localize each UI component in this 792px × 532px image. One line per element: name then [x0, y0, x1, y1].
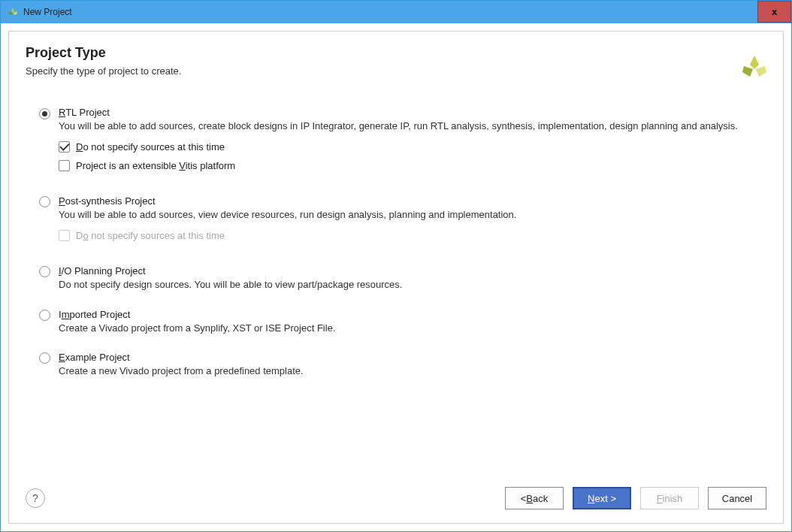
- header-block: Project Type Specify the type of project…: [9, 32, 783, 84]
- checkbox-post-do-not-specify: [59, 230, 70, 241]
- next-button[interactable]: Next >: [573, 487, 631, 509]
- checkbox-do-not-specify-sources[interactable]: [59, 141, 70, 153]
- options-area: RTL Project You will be able to add sour…: [9, 84, 783, 476]
- option-rtl-project: RTL Project You will be able to add sour…: [39, 107, 753, 179]
- option-post-desc: You will be able to add sources, view de…: [59, 208, 753, 222]
- check-vitis-platform: Project is an extensible Vitis platform: [59, 160, 753, 171]
- vivado-logo-icon: [739, 53, 769, 85]
- radio-io-planning[interactable]: [39, 266, 50, 277]
- option-example-desc: Create a new Vivado project from a prede…: [59, 364, 753, 379]
- close-button[interactable]: x: [757, 1, 791, 23]
- close-icon: x: [772, 6, 777, 17]
- radio-post-synthesis[interactable]: [39, 196, 50, 207]
- radio-rtl-project[interactable]: [39, 108, 50, 119]
- help-icon: ?: [32, 492, 38, 504]
- option-example: Example Project Create a new Vivado proj…: [39, 352, 753, 379]
- check-do-not-specify-sources: Do not specify sources at this time: [59, 141, 753, 153]
- app-icon: [7, 6, 19, 18]
- content-panel: Project Type Specify the type of project…: [8, 31, 784, 524]
- option-io-title: I/O Planning Project: [59, 265, 753, 277]
- check-post-do-not-specify: Do not specify sources at this time: [59, 230, 753, 241]
- checkbox-vitis-platform[interactable]: [59, 160, 70, 171]
- window-title: New Project: [23, 7, 72, 17]
- option-post-title: Post-synthesis Project: [59, 195, 753, 207]
- page-title: Project Type: [26, 45, 766, 61]
- check-post-do-not-specify-label: Do not specify sources at this time: [76, 230, 225, 241]
- titlebar: New Project x: [1, 1, 791, 23]
- option-rtl-desc: You will be able to add sources, create …: [59, 119, 753, 134]
- help-button[interactable]: ?: [26, 488, 45, 508]
- page-subtitle: Specify the type of project to create.: [26, 65, 766, 77]
- new-project-window: New Project x Project Type Specify the t…: [0, 0, 792, 532]
- option-post-synthesis: Post-synthesis Project You will be able …: [39, 195, 753, 249]
- radio-imported[interactable]: [39, 310, 50, 321]
- check-do-not-specify-sources-label: Do not specify sources at this time: [76, 141, 225, 153]
- back-button[interactable]: < Back: [505, 487, 564, 509]
- option-rtl-title: RTL Project: [59, 107, 753, 118]
- option-example-title: Example Project: [59, 352, 753, 363]
- option-imported: Imported Project Create a Vivado project…: [39, 309, 753, 336]
- finish-button: Finish: [640, 487, 699, 509]
- footer: ? < Back Next > Finish Cancel: [9, 476, 783, 523]
- option-io-planning: I/O Planning Project Do not specify desi…: [39, 265, 753, 292]
- option-io-desc: Do not specify design sources. You will …: [59, 278, 753, 292]
- option-imported-title: Imported Project: [59, 309, 753, 320]
- check-vitis-platform-label: Project is an extensible Vitis platform: [76, 160, 235, 171]
- radio-example[interactable]: [39, 352, 50, 364]
- cancel-button[interactable]: Cancel: [708, 487, 766, 509]
- option-imported-desc: Create a Vivado project from a Synplify,…: [59, 322, 753, 336]
